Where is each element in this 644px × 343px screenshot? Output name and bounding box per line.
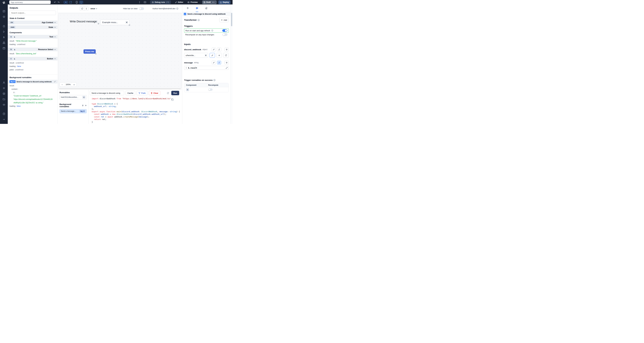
clear-select-icon[interactable]: [126, 22, 128, 23]
static-edit-icon[interactable]: [212, 61, 216, 64]
desktop-view-icon[interactable]: [79, 1, 83, 4]
tab-insert[interactable]: [186, 4, 189, 12]
hand-pointer-icon[interactable]: [14, 48, 16, 50]
undo-icon[interactable]: ↶: [54, 1, 56, 4]
clear-resource-icon[interactable]: [205, 54, 206, 56]
expression-mode-icon[interactable]: f: [217, 48, 221, 52]
folders-icon[interactable]: [0, 96, 8, 102]
runs-icon[interactable]: [0, 29, 8, 34]
run-button[interactable]: Run: [171, 91, 179, 95]
connect-plug-icon[interactable]: [224, 61, 229, 64]
home-icon[interactable]: [0, 24, 8, 29]
recompute-row-toggle[interactable]: [208, 88, 212, 91]
settings-gear-icon[interactable]: [0, 86, 8, 91]
connect-plug-icon[interactable]: [224, 48, 229, 52]
docs-book-icon[interactable]: [144, 1, 146, 3]
triggers-title: Triggers: [184, 25, 229, 27]
chevron-down-icon[interactable]: [54, 22, 56, 23]
preview-button[interactable]: Preview: [188, 1, 198, 3]
table-row: c: [184, 87, 228, 92]
packages-icon[interactable]: [0, 91, 8, 96]
component-alignment-icon[interactable]: |0|: [64, 1, 68, 4]
expression-editor[interactable]: 1 b.result: [184, 66, 229, 70]
chevron-up-icon[interactable]: [54, 49, 56, 50]
audit-eye-icon[interactable]: [0, 102, 8, 108]
ctx-row[interactable]: ctx App Context: [8, 20, 58, 24]
reload-script-icon[interactable]: [167, 92, 169, 94]
static-edit-icon[interactable]: [212, 48, 216, 52]
variables-icon[interactable]: $: [0, 34, 8, 40]
hide-bar-toggle[interactable]: [139, 7, 144, 10]
expand-editor-icon[interactable]: [226, 67, 228, 69]
resize-handle[interactable]: [129, 24, 130, 26]
text-component[interactable]: Write Discord message:: [70, 20, 97, 23]
resource-input[interactable]: u/henri/te...: [184, 53, 208, 58]
add-runnable-button[interactable]: [85, 104, 87, 106]
runnable-item[interactable]: hub/1511/discord/se... c: [60, 95, 87, 99]
mobile-view-icon[interactable]: [76, 1, 78, 4]
editor-button[interactable]: Editor: [175, 1, 183, 3]
chevron-up-icon[interactable]: [54, 58, 56, 59]
state-row[interactable]: state State: [8, 25, 58, 29]
kebab-menu-icon[interactable]: [139, 1, 140, 4]
info-icon[interactable]: [198, 19, 200, 21]
schedules-icon[interactable]: [0, 46, 8, 51]
fork-button[interactable]: Fork: [136, 91, 148, 95]
resources-icon[interactable]: [0, 40, 8, 46]
selected-runnable-title: Send a message to discord using webhook: [188, 13, 226, 15]
add-transformer-button[interactable]: Add: [219, 18, 229, 22]
recompute-toggle[interactable]: [222, 33, 228, 36]
create-resource-button[interactable]: [216, 53, 222, 58]
redo-icon[interactable]: ↷: [58, 1, 60, 4]
resize-handle[interactable]: [98, 23, 99, 24]
copy-code-icon[interactable]: [172, 98, 174, 101]
hand-pointer-icon[interactable]: [14, 36, 15, 38]
runnable-item-selected[interactable]: Send a message... bg_0: [60, 109, 87, 113]
help-icon[interactable]: [0, 111, 8, 116]
script-title-input[interactable]: Send a message to discord using: [90, 91, 124, 95]
edit-resource-button[interactable]: [210, 53, 215, 58]
background-runnable-header[interactable]: bg_0 Send a message to discord using web…: [8, 80, 58, 84]
resource-select-component[interactable]: Example resou...: [100, 20, 130, 25]
tab-component-settings[interactable]: [196, 4, 198, 12]
info-icon[interactable]: [176, 8, 178, 10]
apps-icon[interactable]: [0, 8, 8, 14]
app-canvas[interactable]: Write Discord message: Example resou... …: [58, 13, 182, 88]
deploy-button[interactable]: Deploy: [218, 0, 230, 4]
component-output-header[interactable]: a Text: [8, 35, 58, 38]
windmill-logo[interactable]: [2, 1, 6, 5]
lightning-icon[interactable]: [82, 104, 84, 106]
debug-runs-button[interactable]: Debug runs (23): [150, 0, 171, 4]
press-me-button[interactable]: Press me: [84, 49, 96, 54]
draft-button[interactable]: Draft ⌘S: [202, 0, 217, 4]
chevron-down-icon[interactable]: [54, 27, 56, 28]
schedule-dropdown[interactable]: once: [90, 8, 97, 10]
cache-button[interactable]: Cache: [126, 91, 135, 95]
favorites-star-icon[interactable]: [0, 14, 8, 20]
scrollbar-thumb[interactable]: [231, 13, 232, 26]
page-scrollbar[interactable]: [230, 4, 232, 124]
app-summary-input[interactable]: [9, 0, 51, 4]
fullscreen-icon[interactable]: [70, 1, 72, 3]
clear-button[interactable]: Clear: [149, 91, 160, 95]
users-icon[interactable]: [0, 80, 8, 86]
zoom-out-button[interactable]: −: [60, 82, 65, 86]
run-on-start-toggle[interactable]: [222, 29, 227, 32]
chevron-up-icon[interactable]: [54, 36, 56, 37]
resize-handle[interactable]: [95, 53, 96, 54]
search-outputs-input[interactable]: [10, 10, 56, 15]
tab-styling-eraser[interactable]: [205, 4, 208, 12]
info-icon[interactable]: [214, 79, 216, 81]
component-output-header[interactable]: c Button: [8, 57, 58, 60]
zoom-in-button[interactable]: +: [72, 82, 76, 86]
code-editor[interactable]: import discordwebhook from "https://deno…: [89, 96, 182, 124]
expression-mode-icon[interactable]: f: [217, 61, 221, 64]
refresh-icon[interactable]: [80, 7, 84, 10]
info-icon[interactable]: [212, 30, 213, 32]
component-output-header[interactable]: b Resource Select: [8, 48, 58, 51]
refresh-resource-button[interactable]: [223, 53, 229, 58]
edit-pencil-icon[interactable]: [54, 81, 56, 82]
collapse-arrow-icon[interactable]: [0, 116, 8, 122]
hand-pointer-icon[interactable]: [14, 58, 15, 60]
loading-node: loading : false: [10, 104, 56, 108]
